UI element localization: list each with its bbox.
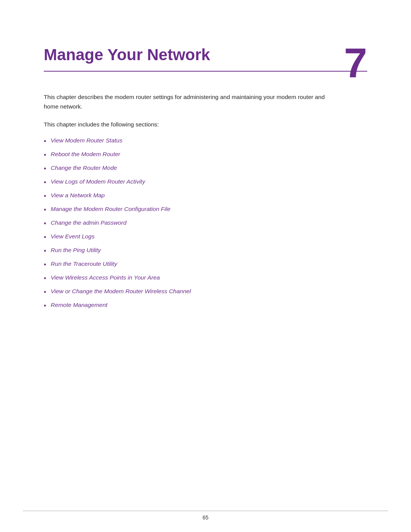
bullet-icon: • <box>44 164 46 174</box>
toc-link-2[interactable]: Reboot the Modem Router <box>51 150 120 158</box>
toc-link-8[interactable]: View Event Logs <box>51 232 94 241</box>
bullet-icon: • <box>44 301 46 311</box>
list-item: • View Modem Router Status <box>44 136 367 147</box>
list-item: • Remote Management <box>44 300 367 311</box>
list-item: • Run the Ping Utility <box>44 246 367 256</box>
page-number: 65 <box>202 514 209 521</box>
bottom-divider <box>23 511 388 511</box>
toc-link-3[interactable]: Change the Router Mode <box>51 163 117 172</box>
page-container: Manage Your Network 7 This chapter descr… <box>0 0 411 532</box>
toc-link-10[interactable]: Run the Traceroute Utility <box>51 259 117 268</box>
list-item: • View Event Logs <box>44 232 367 243</box>
sections-label: This chapter includes the following sect… <box>44 120 367 129</box>
toc-link-12[interactable]: View or Change the Modem Router Wireless… <box>51 287 191 296</box>
toc-link-9[interactable]: Run the Ping Utility <box>51 246 101 254</box>
toc-link-7[interactable]: Change the admin Password <box>51 218 126 227</box>
toc-link-5[interactable]: View a Network Map <box>51 191 105 200</box>
toc-link-6[interactable]: Manage the Modem Router Configuration Fi… <box>51 204 170 213</box>
toc-link-13[interactable]: Remote Management <box>51 300 107 309</box>
list-item: • Change the Router Mode <box>44 163 367 174</box>
list-item: • Change the admin Password <box>44 218 367 229</box>
bullet-icon: • <box>44 246 46 256</box>
list-item: • Manage the Modem Router Configuration … <box>44 204 367 215</box>
list-item: • Run the Traceroute Utility <box>44 259 367 270</box>
list-item: • Reboot the Modem Router <box>44 150 367 160</box>
bullet-icon: • <box>44 219 46 229</box>
bullet-icon: • <box>44 205 46 215</box>
intro-paragraph-1: This chapter describes the modem router … <box>44 93 341 112</box>
toc-link-4[interactable]: View Logs of Modem Router Activity <box>51 177 145 186</box>
chapter-title: Manage Your Network <box>44 46 367 64</box>
toc-link-1[interactable]: View Modem Router Status <box>51 136 122 145</box>
chapter-number: 7 <box>344 42 367 84</box>
bullet-icon: • <box>44 191 46 201</box>
bullet-icon: • <box>44 177 46 188</box>
chapter-header: Manage Your Network 7 <box>44 46 367 72</box>
list-item: • View Logs of Modem Router Activity <box>44 177 367 188</box>
bullet-icon: • <box>44 150 46 160</box>
bullet-icon: • <box>44 260 46 270</box>
toc-link-11[interactable]: View Wireless Access Points in Your Area <box>51 273 160 282</box>
list-item: • View or Change the Modem Router Wirele… <box>44 287 367 297</box>
list-item: • View Wireless Access Points in Your Ar… <box>44 273 367 284</box>
bullet-icon: • <box>44 232 46 243</box>
content-area: Manage Your Network 7 This chapter descr… <box>0 0 411 345</box>
toc-list: • View Modem Router Status • Reboot the … <box>44 136 367 311</box>
header-divider <box>44 71 367 72</box>
bullet-icon: • <box>44 273 46 284</box>
bullet-icon: • <box>44 287 46 297</box>
bullet-icon: • <box>44 136 46 147</box>
list-item: • View a Network Map <box>44 191 367 201</box>
